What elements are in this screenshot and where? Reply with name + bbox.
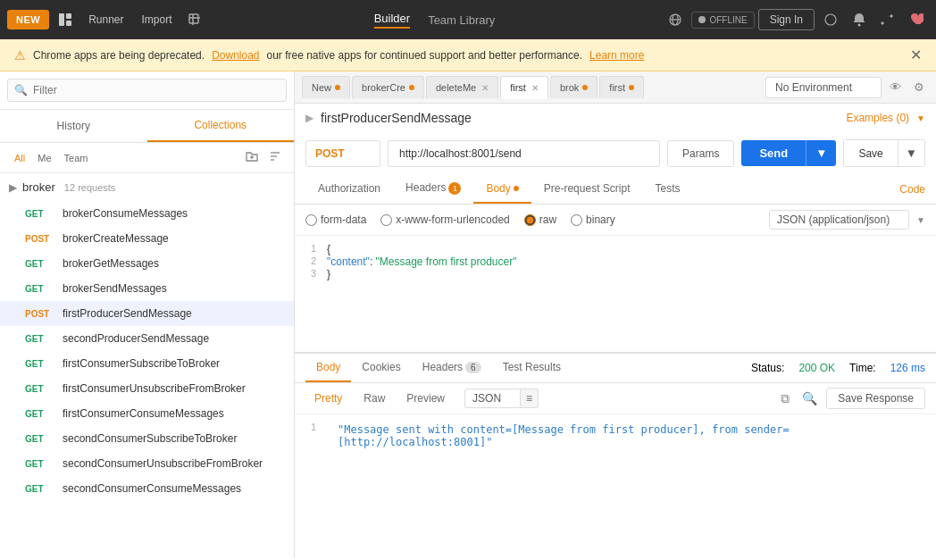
request-section: ▶ firstProducerSendMessage Examples (0) … <box>295 104 936 353</box>
send-dropdown-button[interactable]: ▼ <box>806 140 836 166</box>
history-tab[interactable]: History <box>0 110 147 142</box>
tab-deleteme[interactable]: deleteMe ✕ <box>426 76 498 98</box>
code-editor[interactable]: 1 { 2 "content": "Message from first pro… <box>295 236 936 352</box>
svg-rect-0 <box>59 13 64 26</box>
list-item[interactable]: GET secondConsumerSubscribeToBroker <box>0 426 294 451</box>
heart-icon-button[interactable] <box>904 8 929 31</box>
method-badge: POST <box>25 234 55 244</box>
json-type-select[interactable]: JSON (application/json) <box>769 210 909 230</box>
bell-icon-button[interactable] <box>847 8 872 31</box>
list-item[interactable]: GET brokerConsumeMessages <box>0 201 294 226</box>
resp-cookies-tab[interactable]: Cookies <box>351 354 411 382</box>
list-item[interactable]: GET firstConsumerUnsubscribeFromBroker <box>0 376 294 401</box>
binary-radio[interactable] <box>571 214 582 226</box>
list-item[interactable]: GET brokerGetMessages <box>0 251 294 276</box>
save-button[interactable]: Save <box>843 139 898 167</box>
tab-first2[interactable]: first <box>599 76 644 98</box>
filter-team[interactable]: Team <box>59 151 94 165</box>
env-select[interactable]: No Environment <box>765 77 882 98</box>
time-label: Time: <box>849 362 876 374</box>
url-encoded-option[interactable]: x-www-form-urlencoded <box>380 213 509 226</box>
new-window-button[interactable] <box>183 9 206 30</box>
headers-tab[interactable]: Headers1 <box>393 174 473 204</box>
filter-all[interactable]: All <box>9 151 30 165</box>
tab-first[interactable]: first ✕ <box>500 76 548 99</box>
tab-brokercre[interactable]: brokerCre <box>352 76 424 98</box>
wrench-icon-button[interactable] <box>875 8 900 31</box>
filter-input[interactable] <box>7 79 287 102</box>
new-button[interactable]: NEW <box>7 10 49 29</box>
send-button[interactable]: Send <box>741 140 806 166</box>
download-link[interactable]: Download <box>212 49 259 62</box>
pre-request-tab[interactable]: Pre-request Script <box>531 174 643 204</box>
code-link[interactable]: Code <box>899 174 925 204</box>
resp-json-arr-icon[interactable]: ≡ <box>521 389 539 408</box>
copy-button[interactable]: ⧉ <box>777 389 793 408</box>
globe-icon-button[interactable] <box>663 8 688 31</box>
learn-more-link[interactable]: Learn more <box>589 49 644 62</box>
tab-new[interactable]: New <box>302 76 350 98</box>
sort-button[interactable] <box>265 148 285 167</box>
list-item[interactable]: GET secondConsumerConsumeMessages <box>0 476 294 501</box>
filter-me[interactable]: Me <box>32 151 56 165</box>
pretty-button[interactable]: Pretty <box>305 389 351 407</box>
save-response-button[interactable]: Save Response <box>826 388 925 409</box>
method-badge: GET <box>25 459 55 469</box>
method-select[interactable]: POST GET PUT DELETE <box>305 140 380 167</box>
list-item[interactable]: POST brokerCreateMessage <box>0 226 294 251</box>
list-item[interactable]: GET firstConsumerSubscribeToBroker <box>0 351 294 376</box>
headers-count-badge: 6 <box>465 362 481 373</box>
runner-button[interactable]: Runner <box>81 9 130 30</box>
collections-tab[interactable]: Collections <box>147 110 295 142</box>
resp-body-tab[interactable]: Body <box>305 354 351 382</box>
line-number: 1 <box>295 422 327 450</box>
team-library-tab[interactable]: Team Library <box>428 13 495 27</box>
resp-test-results-tab[interactable]: Test Results <box>492 354 572 382</box>
form-data-radio[interactable] <box>305 214 317 226</box>
form-data-option[interactable]: form-data <box>305 213 366 226</box>
list-item[interactable]: GET brokerSendMessages <box>0 276 294 301</box>
examples-link[interactable]: Examples (0) <box>846 112 909 124</box>
raw-option[interactable]: raw <box>524 213 556 226</box>
nav-center: Builder Team Library <box>210 12 660 29</box>
raw-radio[interactable] <box>524 214 536 226</box>
search-response-button[interactable]: 🔍 <box>798 389 821 407</box>
request-name: brokerCreateMessage <box>63 232 169 245</box>
add-folder-button[interactable] <box>242 148 262 167</box>
resp-json-select[interactable]: JSON <box>464 389 521 408</box>
auth-tab[interactable]: Authorization <box>305 174 393 204</box>
preview-button[interactable]: Preview <box>397 389 454 407</box>
list-item[interactable]: GET secondProducerSendMessage <box>0 326 294 351</box>
body-tab[interactable]: Body <box>473 174 531 204</box>
env-eye-button[interactable]: 👁 <box>885 78 906 96</box>
params-button[interactable]: Params <box>667 140 734 167</box>
env-gear-button[interactable]: ⚙ <box>909 78 929 96</box>
layout-icon-button[interactable] <box>53 8 78 31</box>
save-button-wrap: Save ▼ <box>843 139 925 167</box>
tab-brok[interactable]: brok <box>550 76 598 98</box>
binary-option[interactable]: binary <box>571 213 615 226</box>
warning-close-button[interactable]: ✕ <box>910 46 922 63</box>
raw-button[interactable]: Raw <box>355 389 394 407</box>
svg-rect-2 <box>66 21 71 26</box>
save-dropdown-button[interactable]: ▼ <box>898 139 925 167</box>
method-select-wrap: POST GET PUT DELETE <box>305 140 380 167</box>
list-item[interactable]: GET firstConsumerConsumeMessages <box>0 401 294 426</box>
resp-headers-tab[interactable]: Headers6 <box>412 354 492 382</box>
url-encoded-radio[interactable] <box>380 214 392 226</box>
response-actions: ⧉ 🔍 Save Response <box>777 388 925 409</box>
tests-tab[interactable]: Tests <box>642 174 692 204</box>
line-content: "content": "Message from first producer" <box>327 255 936 268</box>
tab-close-icon[interactable]: ✕ <box>531 83 539 93</box>
builder-tab[interactable]: Builder <box>374 12 410 29</box>
collection-header[interactable]: ▶ broker 12 requests <box>0 173 294 201</box>
sign-in-button[interactable]: Sign In <box>758 9 815 30</box>
list-item[interactable]: POST firstProducerSendMessage <box>0 301 294 326</box>
method-badge: GET <box>25 384 55 394</box>
globe2-icon-button[interactable] <box>818 8 843 31</box>
import-button[interactable]: Import <box>135 9 180 30</box>
tab-close-icon[interactable]: ✕ <box>481 83 489 93</box>
line-number: 1 <box>295 243 327 255</box>
url-input[interactable] <box>388 140 660 167</box>
list-item[interactable]: GET secondConsumerUnsubscribeFromBroker <box>0 451 294 476</box>
